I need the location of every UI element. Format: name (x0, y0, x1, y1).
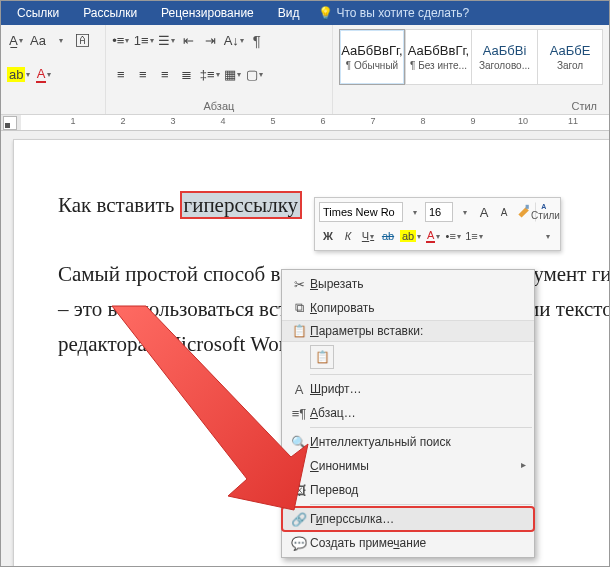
menu-copy[interactable]: ⧉ Копировать (282, 296, 534, 320)
font-group-label (7, 100, 99, 112)
pilcrow-button[interactable]: ¶ (248, 31, 266, 49)
tab-links[interactable]: Ссылки (5, 1, 71, 25)
comment-icon: 💬 (288, 536, 310, 551)
menu-font[interactable]: A Шрифт… (282, 377, 534, 401)
text: – это воспользоваться встр (58, 297, 298, 321)
font-name-drop[interactable] (405, 202, 423, 222)
font-icon: A (288, 382, 310, 397)
font-size-drop[interactable] (455, 202, 473, 222)
menu-paragraph[interactable]: ≡¶ Абзац… (282, 401, 534, 425)
tell-me-label: Что вы хотите сделать? (337, 6, 470, 20)
text: кумент гипер (523, 262, 609, 286)
paragraph-icon: ≡¶ (288, 406, 310, 421)
text: редактора «Microsoft Word (58, 332, 296, 356)
styles-gallery[interactable]: АаБбВвГг, ¶ Обычный АаБбВвГг, ¶ Без инте… (339, 29, 603, 85)
styles-icon: A (538, 203, 554, 210)
justify-button[interactable]: ≣ (178, 66, 196, 84)
menu-synonyms[interactable]: Синонимы (282, 454, 534, 478)
bold-button[interactable]: Ж (319, 226, 337, 246)
italic-button[interactable]: К (339, 226, 357, 246)
smart-lookup-icon: 🔍 (288, 435, 310, 450)
strikethrough-button[interactable]: ab (379, 226, 397, 246)
clear-format-button[interactable]: A̲ (7, 31, 25, 49)
style-heading2[interactable]: АаБбЕ Загол (537, 29, 603, 85)
text: Как вставить (58, 193, 180, 217)
numbering-button[interactable]: 1≡ (134, 31, 154, 49)
shrink-font-button[interactable]: A (495, 202, 513, 222)
bullets-mini-button[interactable]: •≡ (444, 226, 462, 246)
font-color-mini-button[interactable]: А (424, 226, 442, 246)
case-drop[interactable] (51, 31, 69, 49)
style-sample: АаБбВі (483, 43, 527, 58)
clear-icon[interactable]: 🄰 (73, 31, 91, 49)
tab-view[interactable]: Вид (266, 1, 312, 25)
link-icon: 🔗 (288, 512, 310, 527)
text-highlight-button[interactable]: ab (7, 66, 30, 84)
style-sample: АаБбЕ (550, 43, 591, 58)
mini-styles-label: Стили (531, 210, 560, 221)
styles-group-label: Стил (339, 100, 603, 112)
paste-option-icon[interactable]: 📋 (310, 345, 334, 369)
style-name: ¶ Без инте... (410, 60, 467, 71)
highlight-button[interactable]: ab (399, 226, 422, 246)
ribbon-tab-strip: Ссылки Рассылки Рецензирование Вид 💡 Что… (1, 1, 609, 25)
grow-font-button[interactable]: A (475, 202, 493, 222)
align-left-button[interactable]: ≡ (112, 66, 130, 84)
style-name: Загол (557, 60, 583, 71)
text: Самый простой способ вст (58, 262, 299, 286)
change-case-button[interactable]: Aa (29, 31, 47, 49)
menu-paste-option-default[interactable]: 📋 (282, 342, 534, 372)
style-sample: АаБбВвГг, (408, 43, 469, 58)
menu-smart-lookup[interactable]: 🔍 Интеллектуальный поиск (282, 430, 534, 454)
font-color-button[interactable]: A (34, 66, 52, 84)
svg-text:A: A (541, 203, 546, 210)
tab-review[interactable]: Рецензирование (149, 1, 266, 25)
horizontal-ruler[interactable]: 1 2 3 4 5 6 7 8 9 10 11 (1, 115, 609, 131)
copy-icon: ⧉ (288, 300, 310, 316)
style-no-spacing[interactable]: АаБбВвГг, ¶ Без инте... (405, 29, 471, 85)
underline-button[interactable]: Ч (359, 226, 377, 246)
style-heading1[interactable]: АаБбВі Заголово... (471, 29, 537, 85)
ruler-track: 1 2 3 4 5 6 7 8 9 10 11 (23, 115, 609, 130)
tab-mailings[interactable]: Рассылки (71, 1, 149, 25)
paragraph-group-label: Абзац (112, 100, 326, 112)
mini-styles-drop[interactable] (538, 226, 556, 246)
font-name-input[interactable] (319, 202, 403, 222)
shading-button[interactable]: ▦ (224, 66, 242, 84)
borders-button[interactable]: ▢ (246, 66, 264, 84)
menu-separator (310, 427, 532, 428)
line-spacing-button[interactable]: ‡≡ (200, 66, 220, 84)
menu-hyperlink[interactable]: 🔗 Гиперссылка… (282, 507, 534, 531)
menu-separator (310, 374, 532, 375)
ribbon: A̲ Aa 🄰 ab A •≡ 1≡ ☰ ⇤ ⇥ A↓ ¶ ≡ ≡ ≡ ≣ ‡≡… (1, 25, 609, 115)
decrease-indent-button[interactable]: ⇤ (180, 31, 198, 49)
context-menu: ✂ ВВырезатьырезать ⧉ Копировать 📋 Параме… (281, 269, 535, 558)
sort-button[interactable]: A↓ (224, 31, 244, 49)
tell-me-search[interactable]: 💡 Что вы хотите сделать? (318, 6, 470, 20)
align-right-button[interactable]: ≡ (156, 66, 174, 84)
menu-new-comment[interactable]: 💬 Создать примечание (282, 531, 534, 555)
mini-toolbar: A A A Стили Ж К Ч ab ab А •≡ 1≡ (314, 197, 561, 251)
align-center-button[interactable]: ≡ (134, 66, 152, 84)
translate-icon: 🖾 (288, 483, 310, 498)
svg-rect-0 (526, 205, 529, 209)
style-name: Заголово... (479, 60, 530, 71)
font-size-input[interactable] (425, 202, 453, 222)
mini-styles-button[interactable]: A Стили (535, 202, 556, 222)
clipboard-icon: 📋 (288, 324, 310, 338)
bulb-icon: 💡 (318, 6, 333, 20)
increase-indent-button[interactable]: ⇥ (202, 31, 220, 49)
tab-selector[interactable] (3, 116, 17, 130)
multilevel-button[interactable]: ☰ (158, 31, 176, 49)
menu-cut[interactable]: ✂ ВВырезатьырезать (282, 272, 534, 296)
menu-translate[interactable]: 🖾 Перевод (282, 478, 534, 502)
menu-paste-options-header: 📋 Параметры вставки: (282, 320, 534, 342)
numbering-mini-button[interactable]: 1≡ (464, 226, 484, 246)
selected-text[interactable]: гиперссылку (180, 191, 303, 219)
style-normal[interactable]: АаБбВвГг, ¶ Обычный (339, 29, 405, 85)
scissors-icon: ✂ (288, 277, 310, 292)
bullets-button[interactable]: •≡ (112, 31, 130, 49)
style-sample: АаБбВвГг, (341, 43, 402, 58)
style-name: ¶ Обычный (346, 60, 398, 71)
brush-icon (516, 204, 532, 220)
